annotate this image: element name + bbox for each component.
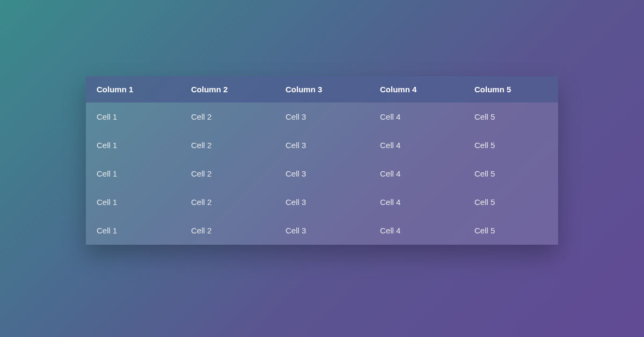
- table-cell: Cell 1: [86, 188, 180, 216]
- table-cell: Cell 5: [464, 131, 558, 159]
- table-cell: Cell 4: [369, 159, 464, 188]
- table-cell: Cell 3: [275, 188, 369, 216]
- table-cell: Cell 2: [180, 188, 275, 216]
- table-cell: Cell 4: [369, 131, 464, 159]
- column-header[interactable]: Column 2: [180, 76, 275, 102]
- data-table: Column 1 Column 2 Column 3 Column 4 Colu…: [86, 76, 558, 245]
- table-cell: Cell 1: [86, 159, 180, 188]
- table-row: Cell 1 Cell 2 Cell 3 Cell 4 Cell 5: [86, 131, 558, 159]
- table-cell: Cell 3: [275, 159, 369, 188]
- column-header[interactable]: Column 5: [464, 76, 558, 102]
- column-header[interactable]: Column 1: [86, 76, 180, 102]
- table-container: Column 1 Column 2 Column 3 Column 4 Colu…: [86, 76, 558, 245]
- column-header[interactable]: Column 3: [275, 76, 369, 102]
- table-cell: Cell 4: [369, 216, 464, 245]
- table-cell: Cell 5: [464, 188, 558, 216]
- table-cell: Cell 1: [86, 131, 180, 159]
- table-header-row: Column 1 Column 2 Column 3 Column 4 Colu…: [86, 76, 558, 102]
- table-cell: Cell 2: [180, 131, 275, 159]
- table-cell: Cell 5: [464, 216, 558, 245]
- table-cell: Cell 4: [369, 188, 464, 216]
- table-cell: Cell 3: [275, 216, 369, 245]
- table-cell: Cell 2: [180, 102, 275, 131]
- column-header[interactable]: Column 4: [369, 76, 464, 102]
- table-cell: Cell 1: [86, 102, 180, 131]
- table-cell: Cell 5: [464, 102, 558, 131]
- table-cell: Cell 1: [86, 216, 180, 245]
- table-cell: Cell 2: [180, 216, 275, 245]
- table-body: Cell 1 Cell 2 Cell 3 Cell 4 Cell 5 Cell …: [86, 102, 558, 245]
- table-cell: Cell 5: [464, 159, 558, 188]
- table-cell: Cell 4: [369, 102, 464, 131]
- table-row: Cell 1 Cell 2 Cell 3 Cell 4 Cell 5: [86, 102, 558, 131]
- table-row: Cell 1 Cell 2 Cell 3 Cell 4 Cell 5: [86, 188, 558, 216]
- table-cell: Cell 2: [180, 159, 275, 188]
- table-cell: Cell 3: [275, 131, 369, 159]
- table-row: Cell 1 Cell 2 Cell 3 Cell 4 Cell 5: [86, 216, 558, 245]
- table-cell: Cell 3: [275, 102, 369, 131]
- table-row: Cell 1 Cell 2 Cell 3 Cell 4 Cell 5: [86, 159, 558, 188]
- table-header: Column 1 Column 2 Column 3 Column 4 Colu…: [86, 76, 558, 102]
